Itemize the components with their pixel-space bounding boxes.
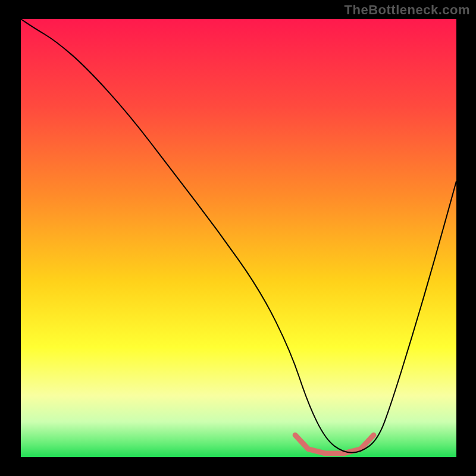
watermark-text: TheBottleneck.com [345, 2, 470, 18]
bottleneck-chart [0, 0, 476, 476]
chart-frame: TheBottleneck.com [0, 0, 476, 476]
plot-background [21, 19, 456, 457]
